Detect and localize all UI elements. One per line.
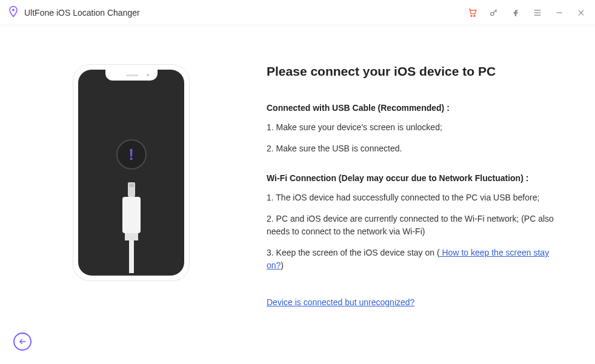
wifi-step-1: 1. The iOS device had successfully conne… (267, 191, 559, 204)
usb-cable-icon (118, 182, 145, 276)
wifi-step-3-pre: 3. Keep the screen of the iOS device sta… (267, 248, 440, 257)
facebook-icon[interactable] (510, 7, 521, 18)
app-logo-icon (7, 5, 19, 20)
page-heading: Please connect your iOS device to PC (267, 64, 559, 79)
wifi-step-2: 2. PC and iOS device are currently conne… (267, 213, 559, 238)
titlebar-left: UltFone iOS Location Changer (7, 5, 140, 20)
menu-icon[interactable] (532, 7, 543, 18)
svg-rect-13 (125, 233, 138, 240)
wifi-section-title: Wi-Fi Connection (Delay may occur due to… (267, 173, 559, 183)
close-icon[interactable] (576, 7, 587, 18)
svg-rect-11 (129, 184, 134, 187)
usb-section-title: Connected with USB Cable (Recommended) : (267, 103, 559, 113)
back-button[interactable] (13, 333, 32, 351)
instructions-column: Please connect your iOS device to PC Con… (206, 64, 571, 308)
cart-icon[interactable] (467, 7, 477, 18)
minimize-icon[interactable] (554, 7, 565, 18)
usb-step-2: 2. Make sure the USB is connected. (267, 142, 559, 155)
unrecognized-link[interactable]: Device is connected but unrecognized? (267, 297, 414, 307)
phone-notch (105, 70, 158, 81)
key-icon[interactable] (488, 7, 499, 18)
phone-screen: ! (78, 70, 184, 276)
usb-step-1: 1. Make sure your device's screen is unl… (267, 121, 559, 134)
warning-icon: ! (116, 139, 147, 170)
wifi-step-3-post: ) (281, 260, 284, 270)
phone-illustration: ! (73, 64, 206, 308)
main-content: ! Please connect your iOS device to PC C… (0, 25, 595, 308)
svg-rect-14 (129, 240, 134, 273)
titlebar-right (467, 7, 587, 18)
svg-point-3 (491, 12, 494, 15)
svg-point-1 (471, 15, 472, 16)
app-title: UltFone iOS Location Changer (24, 8, 140, 18)
svg-point-2 (473, 15, 474, 16)
svg-rect-12 (122, 197, 141, 233)
phone-frame: ! (73, 64, 190, 281)
svg-point-0 (12, 8, 15, 11)
wifi-step-3: 3. Keep the screen of the iOS device sta… (267, 247, 559, 272)
titlebar: UltFone iOS Location Changer (0, 0, 595, 25)
